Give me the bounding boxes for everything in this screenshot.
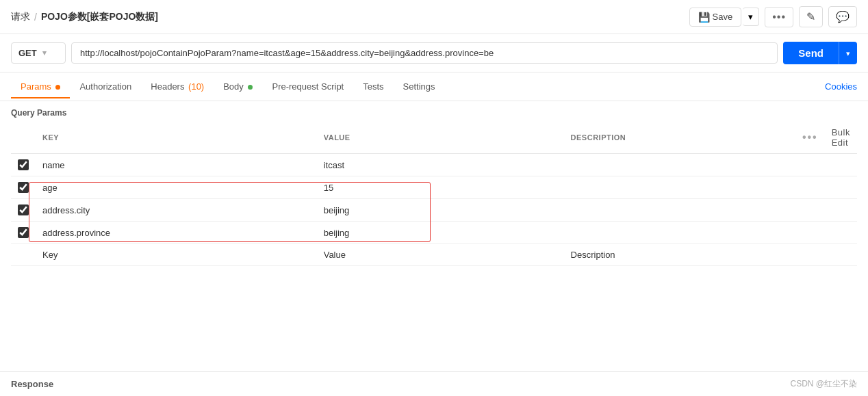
save-icon: 💾	[698, 12, 710, 23]
breadcrumb-sep: /	[34, 12, 37, 23]
send-chevron-icon: ▾	[846, 49, 850, 57]
more-button[interactable]: •••	[765, 7, 793, 27]
method-select[interactable]: GET ▾	[11, 42, 66, 64]
col-desc-header: DESCRIPTION	[564, 122, 795, 154]
tab-pre-request-script[interactable]: Pre-request Script	[262, 75, 353, 98]
row-bulk-cell	[825, 199, 857, 222]
bulk-edit-button[interactable]: Bulk Edit	[832, 127, 850, 148]
row-value-cell: beijing	[317, 222, 564, 244]
more-icon: •••	[772, 11, 786, 23]
tab-authorization-label: Authorization	[79, 81, 131, 92]
send-dropdown-button[interactable]: ▾	[839, 42, 857, 64]
tab-body-label: Body	[223, 81, 244, 92]
row-check-cell	[11, 154, 36, 176]
row-actions-cell	[795, 176, 825, 199]
table-row: name itcast	[11, 154, 857, 176]
chat-icon: 💬	[836, 11, 850, 23]
body-dot	[248, 85, 253, 90]
save-button[interactable]: 💾 Save	[689, 8, 742, 27]
params-table: KEY VALUE DESCRIPTION ••• Bulk Edit	[11, 122, 857, 266]
row-desc-cell	[564, 199, 795, 222]
tab-settings[interactable]: Settings	[394, 75, 445, 98]
tab-authorization[interactable]: Authorization	[70, 75, 141, 98]
tab-tests[interactable]: Tests	[353, 75, 393, 98]
row-check-cell	[11, 199, 36, 222]
breadcrumb: 请求 / POJO参数[嵌套POJO数据]	[11, 11, 158, 23]
row-value-cell: itcast	[317, 154, 564, 176]
table-wrapper: KEY VALUE DESCRIPTION ••• Bulk Edit	[11, 122, 857, 266]
params-table-area: Query Params KEY VALUE DESCRIPTION	[0, 101, 868, 266]
col-bulk-header: Bulk Edit	[825, 122, 857, 154]
placeholder-row: Key Value Description	[11, 244, 857, 266]
row-bulk-cell	[825, 222, 857, 244]
row-checkbox[interactable]	[18, 204, 29, 215]
row-bulk-cell	[825, 176, 857, 199]
tabs-bar: Params Authorization Headers (10) Body P…	[0, 72, 868, 101]
row-desc-cell	[564, 154, 795, 176]
row-actions-cell	[795, 222, 825, 244]
cookies-link[interactable]: Cookies	[825, 81, 857, 92]
headers-count: (10)	[188, 81, 204, 92]
placeholder-key-cell: Key	[36, 244, 317, 266]
placeholder-desc-cell: Description	[564, 244, 795, 266]
params-dot	[55, 85, 60, 90]
row-desc-cell	[564, 176, 795, 199]
table-row: address.province beijing	[11, 222, 857, 244]
row-checkbox[interactable]	[18, 159, 29, 170]
row-bulk-cell	[825, 154, 857, 176]
tab-body[interactable]: Body	[214, 75, 262, 98]
edit-icon: ✎	[806, 11, 815, 23]
page-title: POJO参数[嵌套POJO数据]	[41, 11, 158, 23]
row-actions-cell	[795, 154, 825, 176]
send-button[interactable]: Send	[783, 42, 839, 64]
response-bar: Response CSDN @红尘不染	[0, 371, 868, 396]
row-key-cell: address.city	[36, 199, 317, 222]
row-key-cell: address.province	[36, 222, 317, 244]
table-row: age 15	[11, 176, 857, 199]
row-checkbox[interactable]	[18, 182, 29, 193]
col-actions-header: •••	[795, 122, 825, 154]
watermark: CSDN @红尘不染	[790, 378, 857, 390]
tab-params-label: Params	[21, 81, 51, 92]
header-actions: 💾 Save ▾ ••• ✎ 💬	[689, 6, 857, 27]
row-check-cell	[11, 222, 36, 244]
url-bar: GET ▾ Send ▾	[0, 34, 868, 72]
breadcrumb-request: 请求	[11, 11, 30, 23]
row-checkbox[interactable]	[18, 227, 29, 238]
tab-headers-label: Headers	[151, 81, 184, 92]
table-more-icon[interactable]: •••	[802, 131, 818, 143]
chat-button[interactable]: 💬	[828, 6, 857, 27]
row-value-cell: 15	[317, 176, 564, 199]
url-input[interactable]	[71, 42, 778, 64]
col-key-header: KEY	[36, 122, 317, 154]
placeholder-check-cell	[11, 244, 36, 266]
method-chevron-icon: ▾	[42, 49, 47, 57]
query-params-label: Query Params	[11, 101, 857, 122]
edit-button[interactable]: ✎	[799, 6, 823, 27]
row-check-cell	[11, 176, 36, 199]
header-bar: 请求 / POJO参数[嵌套POJO数据] 💾 Save ▾ ••• ✎ 💬	[0, 0, 868, 34]
tab-params[interactable]: Params	[11, 75, 70, 98]
response-label: Response	[11, 379, 53, 389]
send-group: Send ▾	[783, 42, 857, 64]
tab-pre-request-label: Pre-request Script	[272, 81, 344, 92]
chevron-down-icon: ▾	[748, 12, 753, 22]
placeholder-value-cell: Value	[317, 244, 564, 266]
table-header-row: KEY VALUE DESCRIPTION ••• Bulk Edit	[11, 122, 857, 154]
row-key-cell: name	[36, 154, 317, 176]
row-key-cell: age	[36, 176, 317, 199]
save-dropdown-button[interactable]: ▾	[743, 8, 759, 26]
method-label: GET	[18, 48, 37, 58]
tab-headers[interactable]: Headers (10)	[141, 75, 214, 98]
row-actions-cell	[795, 199, 825, 222]
row-desc-cell	[564, 222, 795, 244]
tab-tests-label: Tests	[363, 81, 383, 92]
col-check-header	[11, 122, 36, 154]
col-value-header: VALUE	[317, 122, 564, 154]
table-row: address.city beijing	[11, 199, 857, 222]
tab-settings-label: Settings	[403, 81, 435, 92]
row-value-cell: beijing	[317, 199, 564, 222]
